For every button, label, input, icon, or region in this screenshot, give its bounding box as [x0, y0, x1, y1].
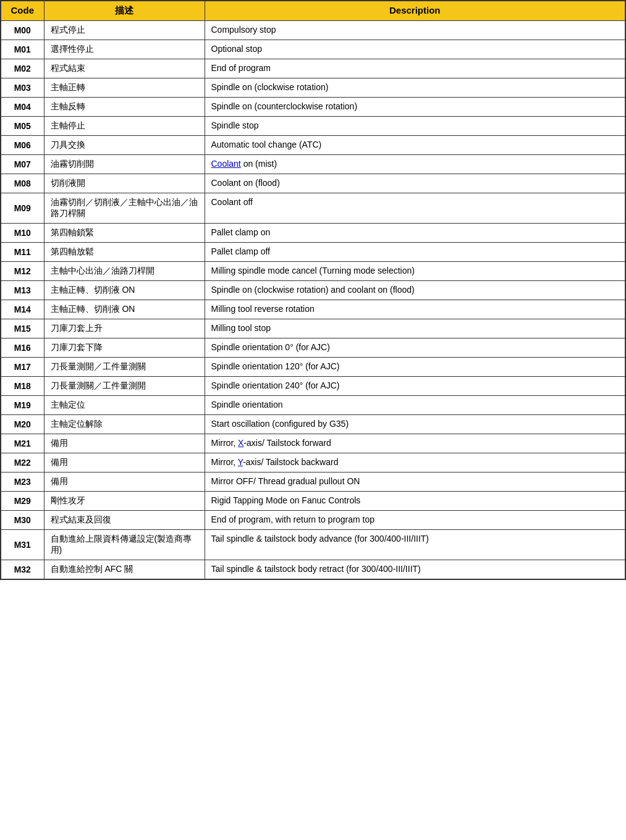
table-row: M31自動進給上限資料傳遞設定(製造商專用)Tail spindle & tai… — [1, 530, 625, 560]
zh-desc-cell: 程式結束及回復 — [44, 511, 205, 530]
en-desc-cell: Compulsory stop — [205, 21, 625, 40]
zh-desc-cell: 刀長量測開／工件量測關 — [44, 358, 205, 377]
code-cell: M32 — [1, 560, 44, 580]
code-cell: M30 — [1, 511, 44, 530]
code-cell: M18 — [1, 377, 44, 396]
col-header-code: Code — [1, 1, 44, 21]
table-row: M16刀庫刀套下降Spindle orientation 0° (for AJC… — [1, 338, 625, 358]
code-cell: M01 — [1, 40, 44, 59]
zh-desc-cell: 主軸反轉 — [44, 98, 205, 117]
table-row: M09油霧切削／切削液／主軸中心出油／油路刀桿關Coolant off — [1, 193, 625, 224]
en-desc-cell: Start oscillation (configured by G35) — [205, 415, 625, 434]
table-row: M12主軸中心出油／油路刀桿開Milling spindle mode canc… — [1, 262, 625, 281]
table-row: M18刀長量測關／工件量測開Spindle orientation 240° (… — [1, 377, 625, 396]
code-cell: M20 — [1, 415, 44, 434]
zh-desc-cell: 剛性攻牙 — [44, 492, 205, 511]
zh-desc-cell: 主軸正轉、切削液 ON — [44, 300, 205, 319]
en-desc-cell: Spindle orientation 0° (for AJC) — [205, 338, 625, 358]
en-desc-cell: Tail spindle & tailstock body advance (f… — [205, 530, 625, 560]
code-cell: M14 — [1, 300, 44, 319]
zh-desc-cell: 程式結束 — [44, 59, 205, 78]
en-desc-cell: Coolant on (mist) — [205, 155, 625, 174]
code-cell: M21 — [1, 434, 44, 453]
table-row: M08切削液開Coolant on (flood) — [1, 174, 625, 193]
en-desc-cell: Spindle on (clockwise rotation) and cool… — [205, 281, 625, 300]
en-desc-cell: Pallet clamp on — [205, 224, 625, 243]
en-desc-cell: Optional stop — [205, 40, 625, 59]
zh-desc-cell: 油霧切削開 — [44, 155, 205, 174]
table-row: M11第四軸放鬆Pallet clamp off — [1, 243, 625, 262]
table-row: M05主軸停止Spindle stop — [1, 117, 625, 136]
zh-desc-cell: 刀具交換 — [44, 136, 205, 155]
zh-desc-cell: 備用 — [44, 434, 205, 453]
zh-desc-cell: 刀庫刀套上升 — [44, 319, 205, 338]
zh-desc-cell: 切削液開 — [44, 174, 205, 193]
en-desc-cell: End of program, with return to program t… — [205, 511, 625, 530]
table-row: M04主軸反轉Spindle on (counterclockwise rota… — [1, 98, 625, 117]
code-cell: M23 — [1, 472, 44, 492]
table-row: M03主軸正轉Spindle on (clockwise rotation) — [1, 78, 625, 98]
main-table: Code 描述 Description M00程式停止Compulsory st… — [0, 0, 626, 580]
en-desc-cell: Milling spindle mode cancel (Turning mod… — [205, 262, 625, 281]
table-row: M13主軸正轉、切削液 ONSpindle on (clockwise rota… — [1, 281, 625, 300]
code-cell: M00 — [1, 21, 44, 40]
zh-desc-cell: 備用 — [44, 472, 205, 492]
en-desc-cell: End of program — [205, 59, 625, 78]
link-text[interactable]: X — [238, 438, 243, 448]
code-cell: M03 — [1, 78, 44, 98]
link-text[interactable]: Y — [238, 457, 243, 467]
code-cell: M06 — [1, 136, 44, 155]
en-desc-cell: Mirror OFF/ Thread gradual pullout ON — [205, 472, 625, 492]
table-row: M30程式結束及回復End of program, with return to… — [1, 511, 625, 530]
col-header-zh: 描述 — [44, 1, 205, 21]
zh-desc-cell: 主軸停止 — [44, 117, 205, 136]
table-row: M01選擇性停止Optional stop — [1, 40, 625, 59]
col-header-en: Description — [205, 1, 625, 21]
header-row: Code 描述 Description — [1, 1, 625, 21]
en-desc-cell: Pallet clamp off — [205, 243, 625, 262]
code-cell: M04 — [1, 98, 44, 117]
en-desc-cell: Mirror, X-axis/ Tailstock forward — [205, 434, 625, 453]
code-cell: M22 — [1, 453, 44, 472]
zh-desc-cell: 主軸定位 — [44, 396, 205, 415]
en-desc-cell: Spindle on (clockwise rotation) — [205, 78, 625, 98]
table-row: M19主軸定位Spindle orientation — [1, 396, 625, 415]
table-row: M10第四軸鎖緊Pallet clamp on — [1, 224, 625, 243]
en-desc-cell: Spindle on (counterclockwise rotation) — [205, 98, 625, 117]
en-desc-cell: Tail spindle & tailstock body retract (f… — [205, 560, 625, 580]
zh-desc-cell: 刀庫刀套下降 — [44, 338, 205, 358]
table-row: M00程式停止Compulsory stop — [1, 21, 625, 40]
code-cell: M19 — [1, 396, 44, 415]
code-cell: M05 — [1, 117, 44, 136]
zh-desc-cell: 油霧切削／切削液／主軸中心出油／油路刀桿關 — [44, 193, 205, 224]
code-cell: M15 — [1, 319, 44, 338]
table-row: M23備用Mirror OFF/ Thread gradual pullout … — [1, 472, 625, 492]
code-cell: M02 — [1, 59, 44, 78]
link-text[interactable]: Coolant — [211, 159, 241, 169]
code-cell: M10 — [1, 224, 44, 243]
table-row: M14主軸正轉、切削液 ONMilling tool reverse rotat… — [1, 300, 625, 319]
en-desc-cell: Milling tool reverse rotation — [205, 300, 625, 319]
en-desc-cell: Coolant off — [205, 193, 625, 224]
table-row: M02程式結束End of program — [1, 59, 625, 78]
zh-desc-cell: 程式停止 — [44, 21, 205, 40]
zh-desc-cell: 第四軸鎖緊 — [44, 224, 205, 243]
code-cell: M07 — [1, 155, 44, 174]
code-cell: M17 — [1, 358, 44, 377]
table-row: M32自動進給控制 AFC 關Tail spindle & tailstock … — [1, 560, 625, 580]
code-cell: M12 — [1, 262, 44, 281]
zh-desc-cell: 主軸正轉、切削液 ON — [44, 281, 205, 300]
en-desc-cell: Spindle orientation 120° (for AJC) — [205, 358, 625, 377]
code-cell: M09 — [1, 193, 44, 224]
en-desc-cell: Milling tool stop — [205, 319, 625, 338]
en-desc-cell: Spindle orientation 240° (for AJC) — [205, 377, 625, 396]
code-cell: M11 — [1, 243, 44, 262]
code-cell: M31 — [1, 530, 44, 560]
table-row: M20主軸定位解除Start oscillation (configured b… — [1, 415, 625, 434]
en-desc-cell: Spindle stop — [205, 117, 625, 136]
zh-desc-cell: 自動進給控制 AFC 關 — [44, 560, 205, 580]
table-row: M21備用Mirror, X-axis/ Tailstock forward — [1, 434, 625, 453]
zh-desc-cell: 主軸正轉 — [44, 78, 205, 98]
en-desc-cell: Mirror, Y-axis/ Tailstock backward — [205, 453, 625, 472]
code-cell: M29 — [1, 492, 44, 511]
